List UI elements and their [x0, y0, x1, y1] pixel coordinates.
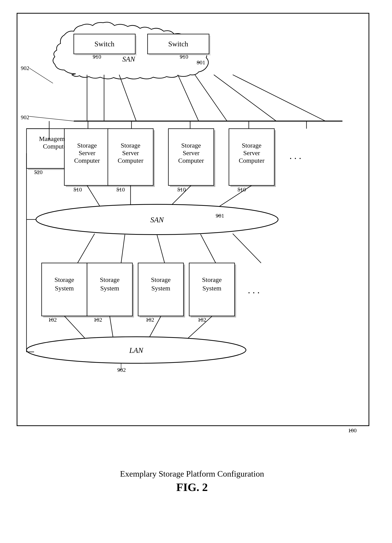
svg-text:Storage: Storage — [151, 276, 171, 283]
svg-text:510: 510 — [74, 186, 82, 192]
svg-text:Computer: Computer — [178, 157, 204, 164]
svg-text:Storage: Storage — [242, 142, 261, 149]
svg-text:Server: Server — [79, 149, 96, 157]
svg-text:Server: Server — [243, 149, 260, 157]
svg-text:902: 902 — [21, 114, 29, 120]
svg-text:Computer: Computer — [118, 157, 144, 164]
svg-text:SAN: SAN — [150, 215, 164, 224]
svg-text:System: System — [55, 285, 74, 292]
svg-text:. . .: . . . — [248, 285, 260, 295]
diagram-caption: Exemplary Storage Platform Configuration — [15, 469, 369, 479]
svg-text:Switch: Switch — [94, 40, 114, 48]
svg-text:Storage: Storage — [100, 276, 119, 283]
svg-text:Storage: Storage — [77, 142, 97, 149]
svg-text:Computer: Computer — [239, 157, 265, 164]
svg-text:Server: Server — [122, 149, 139, 157]
svg-text:Server: Server — [183, 149, 200, 157]
svg-text:System: System — [100, 285, 119, 292]
svg-text:Switch: Switch — [168, 40, 188, 48]
fig-label: FIG. 2 — [15, 481, 369, 494]
svg-text:System: System — [151, 285, 170, 292]
svg-text:LAN: LAN — [129, 346, 144, 355]
svg-text:902: 902 — [21, 65, 29, 71]
svg-text:System: System — [202, 285, 221, 292]
svg-text:Storage: Storage — [181, 142, 201, 149]
page: Switch Switch 910 SAN 910 901 — [0, 0, 392, 543]
svg-text:Storage: Storage — [121, 142, 140, 149]
svg-text:Storage: Storage — [55, 276, 74, 283]
svg-text:510: 510 — [116, 186, 125, 192]
svg-text:Computer: Computer — [74, 157, 100, 164]
svg-text:. . .: . . . — [290, 150, 301, 161]
svg-text:Storage: Storage — [202, 276, 222, 283]
diagram-area: Switch Switch 910 SAN 910 901 — [15, 11, 375, 496]
svg-text:SAN: SAN — [122, 55, 136, 63]
